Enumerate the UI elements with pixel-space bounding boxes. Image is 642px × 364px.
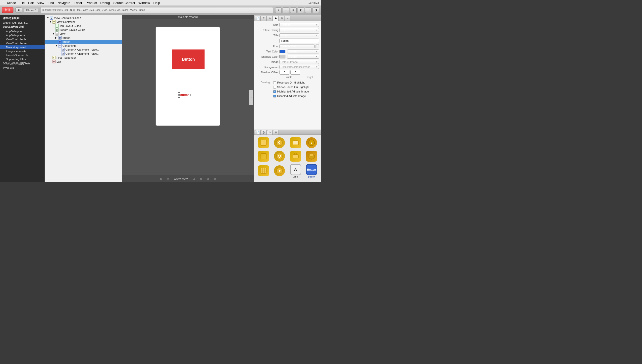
nav-item-targets[interactable]: argets, iOS SDK 8.1 — [0, 21, 45, 24]
reverses-checkbox[interactable] — [273, 81, 276, 84]
canvas-aspect-icon[interactable]: ⊟ — [207, 177, 209, 180]
menu-navigate[interactable]: Navigate — [58, 1, 70, 5]
menu-product[interactable]: Product — [86, 1, 97, 5]
nav-item-appdelegate-h[interactable]: AppDelegate.h — [0, 29, 45, 33]
button-text-input[interactable]: Button — [279, 38, 319, 43]
disabled-adjusts-checkbox[interactable]: ✓ — [273, 95, 276, 98]
menu-help[interactable]: Help — [153, 1, 160, 5]
nav-item-project[interactable]: 009添加约束规则 — [0, 24, 45, 29]
tree-view-controller[interactable]: ▼ V View Controller — [45, 20, 122, 24]
inspector-tab-attributes[interactable]: ✱ — [273, 16, 278, 21]
shadow-color-swatch[interactable] — [279, 55, 285, 58]
tree-exit[interactable]: ⊗ Exit — [45, 60, 122, 64]
apple-menu[interactable]:  — [2, 1, 3, 5]
nav-item-viewcontroller-h[interactable]: ViewController.h — [0, 37, 45, 41]
type-select[interactable]: System ▼ — [279, 23, 319, 27]
canvas-size-classes-icon[interactable]: ⊠ — [200, 177, 202, 180]
shows-touch-checkbox[interactable] — [273, 86, 276, 88]
menu-view[interactable]: View — [37, 1, 44, 5]
obj-item-3d[interactable] — [304, 150, 319, 162]
editor-mode-button-3[interactable]: ⊞ — [290, 8, 297, 13]
obj-item-6[interactable] — [272, 150, 287, 162]
shadow-offset-y-input[interactable]: 0 — [290, 70, 300, 74]
menu-edit[interactable]: Edit — [28, 1, 34, 5]
nav-item-main-storyboard[interactable]: Main.storyboard — [0, 45, 45, 49]
menu-window[interactable]: Window — [138, 1, 150, 5]
state-config-select[interactable]: Default ▼ — [279, 28, 319, 32]
inspector-tab-identity[interactable]: ⊕ — [267, 16, 272, 21]
tree-view-controller-scene[interactable]: ▼ S View Controller Scene — [45, 16, 122, 20]
font-select[interactable]: System 15.0 — [279, 44, 314, 48]
menu-source-control[interactable]: Source Control — [113, 1, 135, 5]
obj-item-4[interactable]: ★ — [304, 137, 319, 149]
tree-first-responder[interactable]: F First Responder — [45, 56, 122, 60]
nav-item-images-xcassets[interactable]: Images.xcassets — [0, 49, 45, 53]
obj-item-media[interactable] — [272, 164, 287, 178]
nav-item-products[interactable]: Products — [0, 66, 45, 70]
canvas-main-button[interactable]: Button — [172, 50, 205, 69]
obj-item-label[interactable]: A Label — [288, 164, 303, 178]
editor-mode-button-1[interactable]: ≡ — [275, 8, 282, 13]
tree-button-1[interactable]: ▶ B Button — [45, 36, 122, 40]
obj-item-7[interactable] — [288, 150, 303, 162]
obj-item-3[interactable] — [288, 137, 303, 149]
obj-item-grid[interactable] — [256, 164, 271, 178]
tree-label-view: View — [60, 32, 66, 35]
nav-item-project-title[interactable]: 添加约束规则 — [0, 16, 45, 21]
canvas-frame-icon[interactable]: ⊞ — [160, 177, 162, 180]
canvas-fit-icon[interactable]: ⊡ — [193, 177, 195, 180]
canvas-zoom-icon[interactable]: ⊙ — [167, 177, 169, 180]
tree-bottom-layout-guide[interactable]: B Bottom Layout Guide — [45, 28, 122, 32]
nav-item-appdelegate-m[interactable]: AppDelegate.m — [0, 33, 45, 37]
tree-center-x[interactable]: ⊡ Center X Alignment - View... — [45, 48, 122, 52]
tree-top-layout-guide[interactable]: T Top Layout Guide — [45, 24, 122, 28]
nav-item-launchscreen[interactable]: LaunchScreen.xib — [0, 53, 45, 57]
width-label: Width — [279, 76, 299, 78]
inspector-tab-connections[interactable]: → — [285, 16, 290, 21]
obj-tab-media[interactable]: ⊞ — [273, 130, 278, 134]
tree-center-y[interactable]: ⊡ Center Y Alignment - View... — [45, 52, 122, 56]
canvas-viewport[interactable]: Button Button — [122, 19, 254, 175]
text-color-swatch[interactable] — [279, 50, 285, 53]
obj-tab-objects[interactable]: ⊙ — [267, 130, 272, 134]
inspector-tab-file[interactable]: 📄 — [255, 16, 260, 21]
obj-item-back[interactable] — [272, 137, 287, 149]
obj-item-button-lib[interactable]: Button Button — [304, 164, 319, 178]
background-select[interactable]: Default Background Image ▼ — [279, 65, 319, 69]
hide-left-panel-button[interactable]: ◧ — [298, 8, 304, 13]
stop-button[interactable]: ■ — [16, 8, 22, 13]
nav-item-viewcontroller-m[interactable]: ViewController.m — [0, 41, 45, 45]
menu-debug[interactable]: Debug — [100, 1, 110, 5]
nav-item-tests[interactable]: 009添加约束规则Tests — [0, 61, 45, 66]
image-value: Default Image — [281, 60, 298, 64]
obj-item-5[interactable] — [256, 150, 271, 162]
text-color-select[interactable]: Default ▼ — [287, 50, 319, 54]
menu-xcode[interactable]: Xcode — [7, 1, 16, 5]
image-select[interactable]: Default Image ▼ — [279, 60, 319, 64]
menu-file[interactable]: File — [20, 1, 25, 5]
background-label: Background — [256, 66, 278, 68]
obj-item-1[interactable] — [256, 137, 271, 149]
obj-tab-code[interactable]: {} — [261, 130, 266, 134]
nav-item-supporting-files[interactable]: Supporting Files — [0, 57, 45, 61]
hide-right-panel-button[interactable]: ◨ — [312, 8, 319, 13]
title-select[interactable]: Plain ▼ — [279, 33, 319, 37]
pause-button[interactable]: 暂停 — [2, 7, 14, 13]
canvas-device-icon[interactable]: ⊞ — [214, 177, 216, 180]
collapse-storyboard-arrow[interactable]: › — [249, 90, 253, 105]
obj-tab-file[interactable]: 📄 — [255, 130, 260, 134]
inspector-tab-help[interactable]: ? — [261, 16, 266, 21]
device-label: iPhone 6 — [24, 8, 38, 12]
highlighted-adjusts-checkbox[interactable]: ✓ — [273, 90, 276, 93]
tree-constraints[interactable]: ▼ ≡ Constraints — [45, 44, 122, 48]
tree-view[interactable]: ▼ □ View — [45, 32, 122, 36]
tree-button-2[interactable]: B Button — [45, 40, 122, 44]
shadow-color-select[interactable]: Default ▼ — [287, 55, 319, 59]
editor-mode-button-2[interactable]: ↕ — [283, 8, 289, 13]
shadow-offset-x-input[interactable]: 0 — [279, 70, 289, 74]
menu-editor[interactable]: Editor — [74, 1, 82, 5]
inspector-tab-size[interactable]: ⊞ — [279, 16, 284, 21]
menu-find[interactable]: Find — [48, 1, 54, 5]
hide-bottom-panel-button[interactable]: ⬜ — [305, 8, 311, 13]
font-edit-button[interactable]: T — [315, 44, 319, 48]
